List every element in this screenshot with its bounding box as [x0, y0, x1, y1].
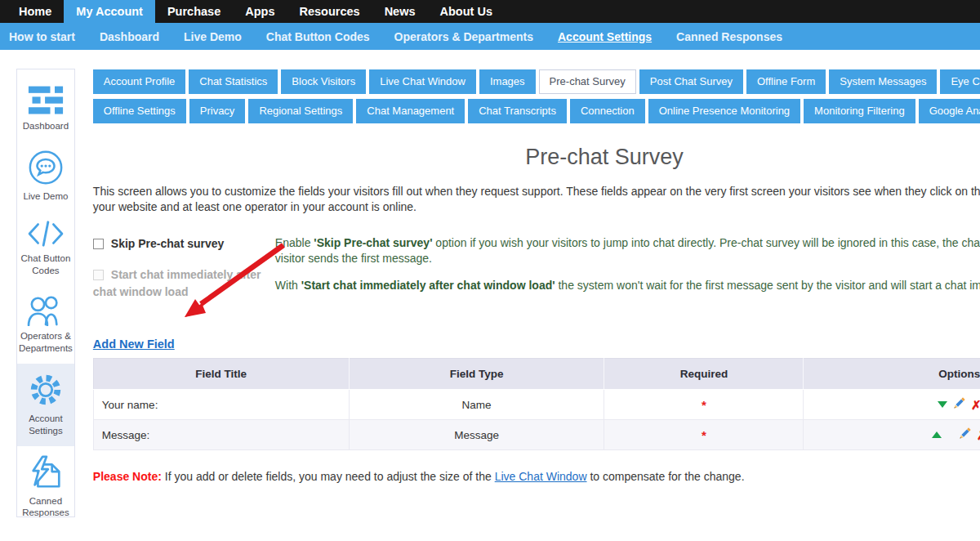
- tab-regional-settings[interactable]: Regional Settings: [248, 99, 353, 123]
- table-header-row: Field Title Field Type Required Options: [93, 359, 980, 390]
- sidebar-item-dashboard[interactable]: Dashboard: [17, 78, 74, 141]
- column-header-field-type: Field Type: [349, 359, 604, 390]
- topnav-item-about-us[interactable]: About Us: [428, 0, 505, 23]
- please-note-heading: Please Note:: [93, 470, 162, 483]
- sidebar-item-canned-responses[interactable]: Canned Responses: [17, 446, 74, 529]
- tab-system-messages[interactable]: System Messages: [829, 69, 937, 94]
- column-header-required: Required: [604, 359, 804, 390]
- table-row-message: Message: Message *: [93, 420, 980, 450]
- topnav-item-purchase[interactable]: Purchase: [155, 0, 233, 23]
- canned-responses-icon: [19, 454, 73, 491]
- page-title: Pre-chat Survey: [93, 145, 980, 170]
- intro-text: This screen allows you to customize the …: [93, 184, 980, 216]
- field-title-cell: Message:: [93, 420, 349, 450]
- tab-chat-statistics[interactable]: Chat Statistics: [189, 69, 278, 94]
- live-chat-window-link[interactable]: Live Chat Window: [495, 470, 587, 483]
- skip-prechat-survey-label: Skip Pre-chat survey: [111, 237, 225, 250]
- survey-options-help: Enable 'Skip Pre-chat survey' option if …: [275, 235, 980, 305]
- tab-monitoring-filtering[interactable]: Monitoring Filtering: [804, 99, 915, 123]
- field-title-cell: Your name:: [93, 390, 349, 420]
- field-type-cell: Message: [349, 420, 604, 450]
- tab-pre-chat-survey[interactable]: Pre-chat Survey: [539, 69, 636, 94]
- tab-block-visitors[interactable]: Block Visitors: [281, 69, 366, 94]
- live-demo-icon: [19, 149, 73, 186]
- table-row-your-name: Your name: Name *: [93, 390, 980, 420]
- required-asterisk: *: [702, 398, 706, 412]
- operators-icon: [19, 293, 73, 326]
- top-navigation: Home My Account Purchase Apps Resources …: [0, 0, 980, 23]
- subnav-item-live-demo[interactable]: Live Demo: [184, 30, 242, 43]
- edit-icon[interactable]: [953, 397, 965, 412]
- sidebar-item-label: Dashboard: [19, 120, 73, 132]
- sidebar-item-account-settings[interactable]: Account Settings: [17, 364, 74, 446]
- sidebar-item-operators-departments[interactable]: Operators & Departments: [17, 286, 74, 364]
- subnav-item-dashboard[interactable]: Dashboard: [100, 30, 159, 43]
- row-options: ✗: [932, 427, 980, 442]
- settings-tabs-row-1: Account Profile Chat Statistics Block Vi…: [93, 69, 980, 94]
- topnav-item-apps[interactable]: Apps: [233, 0, 287, 23]
- row-options: ✗: [938, 397, 980, 412]
- prechat-fields-table: Field Title Field Type Required Options …: [93, 358, 980, 450]
- tab-offline-form[interactable]: Offline Form: [746, 69, 826, 94]
- start-chat-immediately-checkbox[interactable]: [93, 270, 104, 280]
- start-chat-help-text: With 'Start chat immediately after chat …: [275, 278, 980, 294]
- gear-icon: [19, 371, 73, 409]
- skip-prechat-survey-checkbox[interactable]: [93, 239, 104, 249]
- tab-live-chat-window[interactable]: Live Chat Window: [369, 69, 476, 94]
- sidebar-item-live-demo[interactable]: Live Demo: [17, 141, 74, 212]
- delete-icon[interactable]: ✗: [977, 429, 980, 441]
- survey-options: Skip Pre-chat survey Start chat immediat…: [93, 235, 980, 305]
- tab-offline-settings[interactable]: Offline Settings: [93, 99, 186, 123]
- account-sub-navigation: How to start Dashboard Live Demo Chat Bu…: [0, 23, 980, 50]
- dashboard-icon: [19, 85, 73, 116]
- delete-icon[interactable]: ✗: [971, 399, 980, 411]
- skip-prechat-survey-row: Skip Pre-chat survey: [93, 235, 275, 253]
- tab-privacy[interactable]: Privacy: [189, 99, 246, 123]
- tab-chat-management[interactable]: Chat Management: [356, 99, 465, 123]
- tab-images[interactable]: Images: [479, 69, 536, 94]
- move-down-icon[interactable]: [938, 401, 947, 408]
- sidebar-item-label: Account Settings: [19, 413, 73, 437]
- start-chat-immediately-row: Start chat immediately after chat window…: [93, 266, 275, 301]
- add-new-field-link[interactable]: Add New Field: [93, 338, 175, 351]
- survey-options-checkboxes: Skip Pre-chat survey Start chat immediat…: [93, 235, 275, 305]
- required-asterisk: *: [702, 428, 706, 442]
- code-icon: [19, 219, 73, 248]
- please-note-text: Please Note: If you add or delete fields…: [93, 470, 980, 483]
- sidebar-item-label: Chat Button Codes: [19, 253, 73, 277]
- skip-survey-help-text: Enable 'Skip Pre-chat survey' option if …: [275, 235, 980, 267]
- tab-connection[interactable]: Connection: [570, 99, 645, 123]
- column-header-field-title: Field Title: [93, 359, 349, 390]
- subnav-item-operators-departments[interactable]: Operators & Departments: [394, 30, 533, 43]
- tab-eye-catcher[interactable]: Eye Catcher: [940, 69, 980, 94]
- field-type-cell: Name: [349, 390, 604, 420]
- subnav-item-canned-responses[interactable]: Canned Responses: [676, 30, 782, 43]
- start-chat-immediately-label: Start chat immediately after chat window…: [93, 268, 261, 298]
- topnav-item-news[interactable]: News: [372, 0, 428, 23]
- edit-icon[interactable]: [959, 427, 971, 442]
- sidebar-item-label: Operators & Departments: [19, 330, 73, 355]
- subnav-item-account-settings[interactable]: Account Settings: [558, 30, 652, 43]
- sidebar: Dashboard Live Demo: [16, 69, 75, 517]
- subnav-item-chat-button-codes[interactable]: Chat Button Codes: [266, 30, 370, 43]
- tab-online-presence-monitoring[interactable]: Online Presence Monitoring: [648, 99, 800, 123]
- sidebar-item-label: Live Demo: [19, 190, 73, 203]
- topnav-item-resources[interactable]: Resources: [287, 0, 372, 23]
- tab-google-analytics[interactable]: Google Analytics: [919, 99, 980, 123]
- sidebar-item-label: Canned Responses: [19, 495, 73, 520]
- tab-account-profile[interactable]: Account Profile: [93, 69, 185, 94]
- tab-chat-transcripts[interactable]: Chat Transcripts: [468, 99, 567, 123]
- subnav-item-how-to-start[interactable]: How to start: [9, 30, 75, 43]
- column-header-options: Options: [804, 359, 980, 390]
- topnav-item-home[interactable]: Home: [7, 0, 64, 23]
- move-up-icon[interactable]: [932, 431, 942, 438]
- tab-post-chat-survey[interactable]: Post Chat Survey: [639, 69, 743, 94]
- settings-tabs-row-2: Offline Settings Privacy Regional Settin…: [93, 99, 980, 123]
- main-content: Account Profile Chat Statistics Block Vi…: [75, 50, 980, 494]
- sidebar-item-chat-button-codes[interactable]: Chat Button Codes: [17, 212, 74, 286]
- topnav-item-my-account[interactable]: My Account: [64, 0, 155, 23]
